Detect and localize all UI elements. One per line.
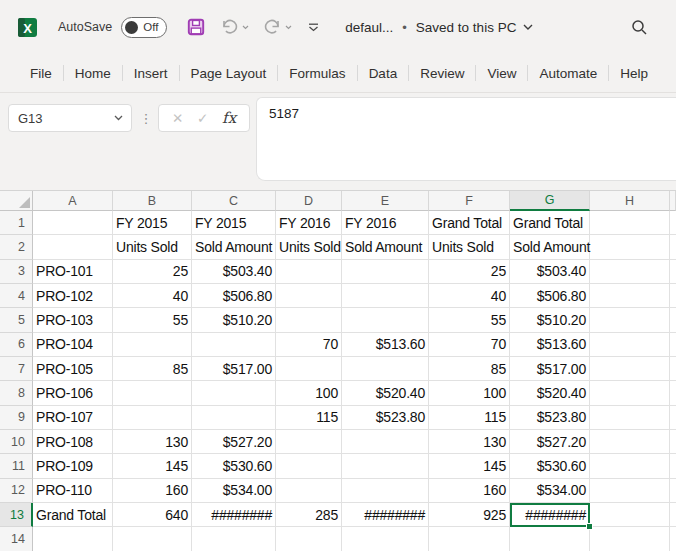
cell-E9[interactable]: $523.80 <box>342 406 429 430</box>
ribbon-tab-file[interactable]: File <box>19 66 63 81</box>
column-header-B[interactable]: B <box>113 191 192 211</box>
ribbon-tab-page-layout[interactable]: Page Layout <box>180 66 278 81</box>
cell-C4[interactable]: $506.80 <box>192 284 276 308</box>
cell-H5[interactable] <box>590 308 670 332</box>
cell-E8[interactable]: $520.40 <box>342 381 429 405</box>
cell-H12[interactable] <box>590 479 670 503</box>
cell-G3[interactable]: $503.40 <box>510 260 590 284</box>
customize-quick-access-toolbar-button[interactable] <box>308 23 319 32</box>
cell-C9[interactable] <box>192 406 276 430</box>
cell-F12[interactable]: 160 <box>429 479 510 503</box>
save-button[interactable] <box>187 18 205 36</box>
cell-H14[interactable] <box>590 527 670 551</box>
cell-F4[interactable]: 40 <box>429 284 510 308</box>
row-header-4[interactable]: 4 <box>0 284 33 308</box>
cell-B5[interactable]: 55 <box>113 308 192 332</box>
ribbon-tab-home[interactable]: Home <box>64 66 122 81</box>
row-header-11[interactable]: 11 <box>0 454 33 478</box>
row-header-6[interactable]: 6 <box>0 333 33 357</box>
cell-C7[interactable]: $517.00 <box>192 357 276 381</box>
cell-F13[interactable]: 925 <box>429 503 510 527</box>
autosave-toggle[interactable]: Off <box>121 17 167 38</box>
cell-C11[interactable]: $530.60 <box>192 454 276 478</box>
cell-G1[interactable]: Grand Total <box>510 211 590 235</box>
cell-D5[interactable] <box>276 308 342 332</box>
enter-icon[interactable]: ✓ <box>197 110 208 126</box>
cell-G9[interactable]: $523.80 <box>510 406 590 430</box>
ribbon-tab-view[interactable]: View <box>476 66 527 81</box>
redo-button[interactable] <box>263 19 292 36</box>
cell-G6[interactable]: $513.60 <box>510 333 590 357</box>
cell-G10[interactable]: $527.20 <box>510 430 590 454</box>
cell-E10[interactable] <box>342 430 429 454</box>
save-status-dropdown-icon[interactable] <box>523 24 533 31</box>
cell-D4[interactable] <box>276 284 342 308</box>
ribbon-tab-insert[interactable]: Insert <box>123 66 179 81</box>
cell-F6[interactable]: 70 <box>429 333 510 357</box>
cell-G5[interactable]: $510.20 <box>510 308 590 332</box>
cell-F8[interactable]: 100 <box>429 381 510 405</box>
cell-A6[interactable]: PRO-104 <box>33 333 113 357</box>
cell-G7[interactable]: $517.00 <box>510 357 590 381</box>
cell-B7[interactable]: 85 <box>113 357 192 381</box>
cell-H3[interactable] <box>590 260 670 284</box>
cell-E14[interactable] <box>342 527 429 551</box>
cell-E5[interactable] <box>342 308 429 332</box>
cell-G4[interactable]: $506.80 <box>510 284 590 308</box>
cell-D12[interactable] <box>276 479 342 503</box>
row-header-10[interactable]: 10 <box>0 430 33 454</box>
cell-D11[interactable] <box>276 454 342 478</box>
cell-C12[interactable]: $534.00 <box>192 479 276 503</box>
ribbon-tab-formulas[interactable]: Formulas <box>278 66 356 81</box>
row-header-9[interactable]: 9 <box>0 406 33 430</box>
save-status-label[interactable]: Saved to this PC <box>416 20 517 35</box>
cell-F10[interactable]: 130 <box>429 430 510 454</box>
cell-F11[interactable]: 145 <box>429 454 510 478</box>
cell-C2[interactable]: Sold Amount <box>192 235 276 259</box>
cell-D10[interactable] <box>276 430 342 454</box>
row-header-1[interactable]: 1 <box>0 211 33 235</box>
cell-E4[interactable] <box>342 284 429 308</box>
row-header-8[interactable]: 8 <box>0 381 33 405</box>
cell-C13[interactable]: ######## <box>192 503 276 527</box>
insert-function-icon[interactable]: fx <box>222 109 236 127</box>
cell-H9[interactable] <box>590 406 670 430</box>
cell-B14[interactable] <box>113 527 192 551</box>
cell-B10[interactable]: 130 <box>113 430 192 454</box>
cell-B11[interactable]: 145 <box>113 454 192 478</box>
cell-F2[interactable]: Units Sold <box>429 235 510 259</box>
row-header-5[interactable]: 5 <box>0 308 33 332</box>
cell-D2[interactable]: Units Sold <box>276 235 342 259</box>
cell-B4[interactable]: 40 <box>113 284 192 308</box>
cell-G8[interactable]: $520.40 <box>510 381 590 405</box>
cell-D6[interactable]: 70 <box>276 333 342 357</box>
row-header-7[interactable]: 7 <box>0 357 33 381</box>
cell-F9[interactable]: 115 <box>429 406 510 430</box>
cell-A8[interactable]: PRO-106 <box>33 381 113 405</box>
cell-A12[interactable]: PRO-110 <box>33 479 113 503</box>
cell-H6[interactable] <box>590 333 670 357</box>
cell-A3[interactable]: PRO-101 <box>33 260 113 284</box>
cell-G11[interactable]: $530.60 <box>510 454 590 478</box>
cell-H11[interactable] <box>590 454 670 478</box>
cell-C6[interactable] <box>192 333 276 357</box>
cell-G2[interactable]: Sold Amount <box>510 235 590 259</box>
row-header-13[interactable]: 13 <box>0 503 33 527</box>
cell-D9[interactable]: 115 <box>276 406 342 430</box>
cell-F7[interactable]: 85 <box>429 357 510 381</box>
cell-D1[interactable]: FY 2016 <box>276 211 342 235</box>
column-header-H[interactable]: H <box>590 191 670 211</box>
ribbon-tab-help[interactable]: Help <box>609 66 659 81</box>
cell-F1[interactable]: Grand Total <box>429 211 510 235</box>
cell-E7[interactable] <box>342 357 429 381</box>
cell-E11[interactable] <box>342 454 429 478</box>
cell-H8[interactable] <box>590 381 670 405</box>
row-header-2[interactable]: 2 <box>0 235 33 259</box>
cell-F5[interactable]: 55 <box>429 308 510 332</box>
row-header-12[interactable]: 12 <box>0 479 33 503</box>
formula-input[interactable]: 5187 <box>256 97 676 181</box>
cell-E2[interactable]: Sold Amount <box>342 235 429 259</box>
ribbon-tab-automate[interactable]: Automate <box>528 66 608 81</box>
cell-A7[interactable]: PRO-105 <box>33 357 113 381</box>
column-header-E[interactable]: E <box>342 191 429 211</box>
